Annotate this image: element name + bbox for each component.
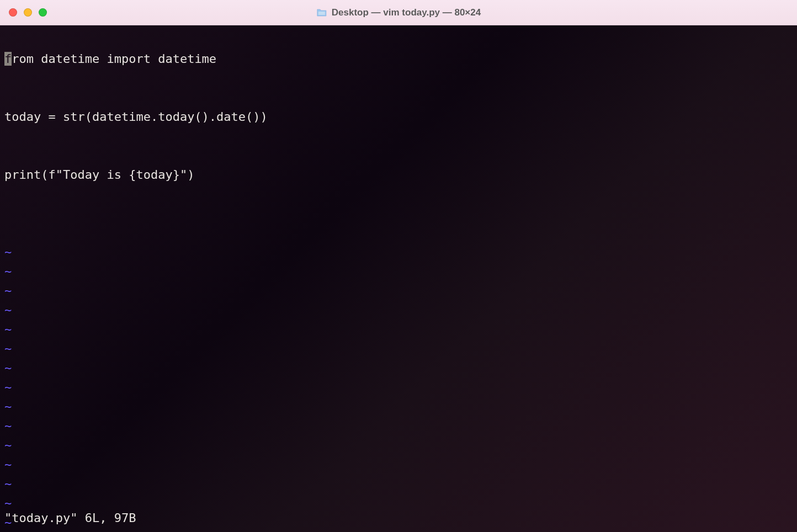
close-button[interactable]: [9, 8, 17, 17]
vim-empty-line-tilde: ~: [4, 455, 793, 474]
vim-empty-line-tilde: ~: [4, 377, 793, 397]
editor-content: from datetime import datetime today = st…: [4, 30, 793, 532]
maximize-button[interactable]: [39, 8, 47, 17]
minimize-button[interactable]: [24, 8, 32, 17]
window-controls: [9, 8, 47, 17]
vim-empty-line-tilde: ~: [4, 300, 793, 320]
window-title-text: Desktop — vim today.py — 80×24: [332, 7, 481, 18]
window-title: Desktop — vim today.py — 80×24: [316, 7, 481, 18]
terminal-editor[interactable]: from datetime import datetime today = st…: [0, 25, 797, 532]
window-titlebar: Desktop — vim today.py — 80×24: [0, 0, 797, 25]
code-text: rom datetime import datetime: [12, 52, 216, 66]
vim-empty-line-tilde: ~: [4, 339, 793, 358]
vim-empty-line-tilde: ~: [4, 281, 793, 300]
vim-empty-line-tilde: ~: [4, 262, 793, 281]
code-line: print(f"Today is {today}"): [4, 165, 793, 184]
vim-empty-line-tilde: ~: [4, 320, 793, 339]
vim-empty-line-tilde: ~: [4, 358, 793, 377]
vim-empty-line-tilde: ~: [4, 242, 793, 262]
code-line: today = str(datetime.today().date()): [4, 107, 793, 126]
folder-icon: [316, 8, 327, 17]
vim-status-line: "today.py" 6L, 97B: [4, 508, 136, 528]
cursor: f: [4, 52, 12, 66]
svg-rect-0: [318, 12, 325, 15]
code-line: from datetime import datetime: [4, 49, 793, 68]
vim-empty-line-tilde: ~: [4, 474, 793, 493]
empty-line: [4, 204, 793, 223]
vim-empty-line-tilde: ~: [4, 397, 793, 416]
vim-empty-line-tilde: ~: [4, 435, 793, 455]
vim-empty-line-tilde: ~: [4, 416, 793, 435]
